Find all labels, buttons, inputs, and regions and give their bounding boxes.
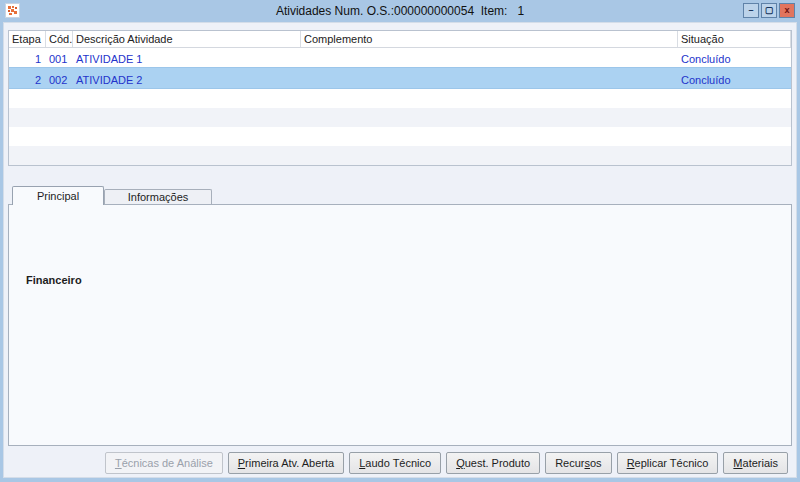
button-text: eplicar Técnico xyxy=(635,457,709,469)
titlebar[interactable]: Atividades Num. O.S.:000000000054 Item: … xyxy=(0,0,800,22)
cell-complemento xyxy=(301,56,678,59)
tecnicas-de-analise-button[interactable]: Técnicas de Análise xyxy=(105,452,223,474)
tab-panel xyxy=(8,204,792,446)
empty-row xyxy=(9,146,791,165)
empty-row xyxy=(9,127,791,146)
button-accesskey: M xyxy=(733,457,742,469)
button-text: Recur xyxy=(555,457,584,469)
cell-situacao: Concluído xyxy=(678,50,791,65)
button-text: rimeira Atv. Aberta xyxy=(245,457,334,469)
cell-cod: 001 xyxy=(46,50,73,65)
cell-etapa: 2 xyxy=(9,71,46,86)
table-row[interactable]: 2 002 ATIVIDADE 2 Concluído xyxy=(9,67,791,89)
quest-produto-button[interactable]: Quest. Produto xyxy=(446,452,540,474)
primeira-atv-aberta-button[interactable]: Primeira Atv. Aberta xyxy=(228,452,344,474)
cell-cod: 002 xyxy=(46,71,73,86)
cell-etapa: 1 xyxy=(9,50,46,65)
minimize-button[interactable]: – xyxy=(743,3,759,18)
replicar-tecnico-button[interactable]: Replicar Técnico xyxy=(617,452,719,474)
tab-informacoes-adicionais[interactable]: Informações adicionais xyxy=(104,189,212,204)
button-accesskey: T xyxy=(115,457,122,469)
empty-row xyxy=(9,89,791,108)
button-text: ateriais xyxy=(743,457,778,469)
window: Atividades Num. O.S.:000000000054 Item: … xyxy=(0,0,800,482)
window-title: Atividades Num. O.S.:000000000054 Item: … xyxy=(0,4,800,18)
button-text: os xyxy=(590,457,602,469)
column-header-descricao[interactable]: Descrição Atividade xyxy=(73,31,301,47)
button-text: audo Técnico xyxy=(365,457,431,469)
button-accesskey: Q xyxy=(456,457,465,469)
tab-principal[interactable]: Principal xyxy=(12,186,104,205)
window-controls: – ▢ x xyxy=(743,3,795,18)
table-row[interactable]: 1 001 ATIVIDADE 1 Concluído xyxy=(9,48,791,67)
materiais-button[interactable]: Materiais xyxy=(723,452,788,474)
recursos-button[interactable]: Recursos xyxy=(545,452,611,474)
button-accesskey: R xyxy=(627,457,635,469)
cell-descricao: ATIVIDADE 2 xyxy=(73,71,301,86)
table-header: Etapa Cód. Descrição Atividade Complemen… xyxy=(9,31,791,48)
column-header-complemento[interactable]: Complemento xyxy=(301,31,678,47)
column-header-situacao[interactable]: Situação xyxy=(678,31,791,47)
maximize-button[interactable]: ▢ xyxy=(761,3,777,18)
button-accesskey: P xyxy=(238,457,245,469)
button-bar: Técnicas de Análise Primeira Atv. Aberta… xyxy=(105,452,788,474)
button-text: uest. Produto xyxy=(465,457,530,469)
financeiro-title: Financeiro xyxy=(22,274,86,286)
activities-table: Etapa Cód. Descrição Atividade Complemen… xyxy=(8,30,792,166)
cell-situacao: Concluído xyxy=(678,71,791,86)
close-button[interactable]: x xyxy=(779,3,795,18)
laudo-tecnico-button[interactable]: Laudo Técnico xyxy=(349,452,441,474)
cell-descricao: ATIVIDADE 1 xyxy=(73,50,301,65)
column-header-etapa[interactable]: Etapa xyxy=(9,31,46,47)
empty-row xyxy=(9,108,791,127)
cell-complemento xyxy=(301,77,678,80)
button-text: écnicas de Análise xyxy=(122,457,213,469)
column-header-cod[interactable]: Cód. xyxy=(46,31,73,47)
